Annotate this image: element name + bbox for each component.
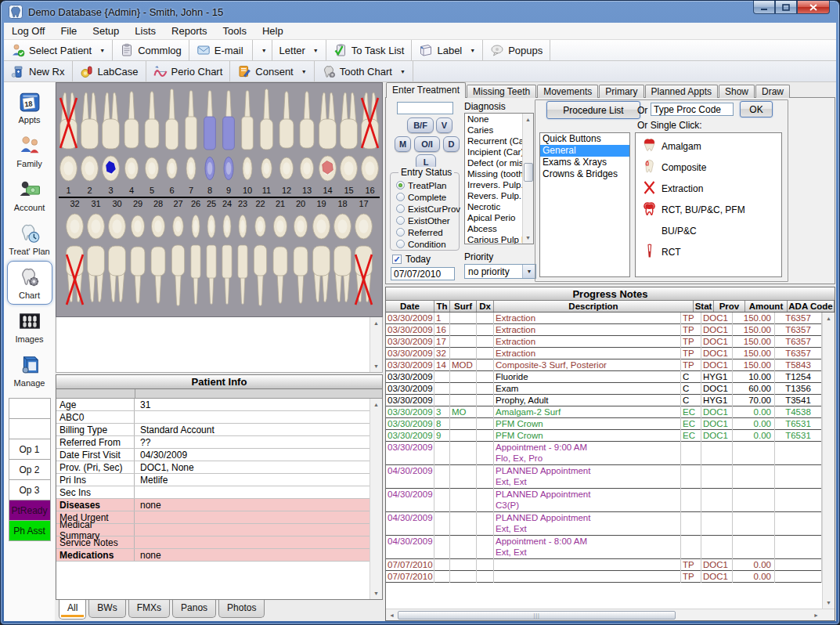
- diagnosis-item[interactable]: Incipient (Car): [465, 146, 522, 157]
- menu-item-reports[interactable]: Reports: [164, 23, 215, 39]
- tooth-15[interactable]: 15: [338, 87, 359, 196]
- sidebar-module-account[interactable]: Account: [7, 173, 52, 217]
- status-item-ptready[interactable]: PtReady: [9, 500, 51, 521]
- diagnosis-item[interactable]: Apical Perio: [465, 212, 522, 223]
- quick-buttons-listbox[interactable]: Quick ButtonsGeneralExams & XraysCrowns …: [539, 132, 630, 277]
- tooth-19[interactable]: 19: [311, 199, 332, 308]
- status-item-ph-asst[interactable]: Ph Asst: [9, 520, 51, 541]
- operatory-item-op-3[interactable]: Op 3: [9, 479, 51, 500]
- entry-status-option-condition[interactable]: Condition: [391, 238, 459, 250]
- tooth-32[interactable]: 32: [64, 199, 85, 308]
- patient-info-row-medical-summary[interactable]: Medical Summary: [56, 524, 370, 536]
- menu-item-file[interactable]: File: [52, 23, 85, 39]
- tab-draw[interactable]: Draw: [755, 85, 790, 98]
- image-tab-all[interactable]: All: [59, 600, 86, 620]
- radio-icon[interactable]: [396, 193, 405, 201]
- toolbar-button-e-mail[interactable]: E-mail▼: [189, 40, 272, 60]
- chevron-down-icon[interactable]: ▼: [99, 48, 105, 53]
- tooth-20[interactable]: 20: [290, 199, 311, 308]
- sidebar-module-chart[interactable]: Chart: [7, 261, 52, 305]
- column-header-th[interactable]: Th: [434, 301, 450, 312]
- ok-button[interactable]: OK: [740, 101, 773, 117]
- patient-info-row-date-first-visit[interactable]: Date First Visit 04/30/2009: [56, 449, 370, 461]
- surface-button-bf[interactable]: B/F: [407, 117, 434, 133]
- chevron-down-icon[interactable]: ▼: [301, 69, 307, 74]
- diagnosis-listbox[interactable]: NoneCariesRecurrent (CarIncipient (Car)D…: [464, 113, 534, 244]
- radio-icon[interactable]: [396, 228, 405, 237]
- quick-button-category[interactable]: Quick Buttons: [540, 133, 629, 145]
- diagnosis-item[interactable]: Necrotic: [465, 201, 522, 212]
- column-header-description[interactable]: Description: [494, 301, 694, 312]
- today-checkbox[interactable]: ✓: [392, 255, 402, 264]
- single-click-item-composite[interactable]: Composite: [636, 157, 781, 178]
- progress-note-row[interactable]: 03/30/20098PFM CrownECDOC10.00T6531: [386, 418, 822, 430]
- patient-info-row-diseases[interactable]: Diseases none: [56, 499, 370, 511]
- progress-note-row[interactable]: 03/30/2009Appointment - 9:00 AMFlo, Ex, …: [386, 442, 822, 465]
- progress-note-row[interactable]: 03/30/2009ExamCDOC160.00T1356: [386, 383, 822, 395]
- operatory-item[interactable]: [9, 418, 51, 439]
- column-header-stat[interactable]: Stat: [694, 301, 714, 312]
- patient-info-row-prov-pri-sec-[interactable]: Prov. (Pri, Sec) DOC1, None: [56, 461, 370, 474]
- chevron-down-icon[interactable]: ▼: [252, 40, 272, 60]
- radio-icon[interactable]: [396, 181, 405, 190]
- operatory-item-op-2[interactable]: Op 2: [9, 459, 51, 480]
- progress-note-row[interactable]: 04/30/2009PLANNED AppointmentC3(P): [386, 489, 822, 512]
- tooth-25[interactable]: 25: [204, 199, 219, 308]
- scroll-thumb[interactable]: [524, 163, 533, 182]
- quick-button-category[interactable]: General: [540, 145, 629, 157]
- column-header-ada-code[interactable]: ADA Code: [788, 301, 835, 312]
- progress-note-row[interactable]: 03/30/2009FluorideCHYG110.00T1254: [386, 371, 822, 383]
- progress-note-row[interactable]: 03/30/200932ExtractionTPDOC1150.00T6357: [386, 348, 822, 359]
- column-header-date[interactable]: Date: [386, 301, 434, 312]
- radio-icon[interactable]: [396, 240, 405, 248]
- menu-item-help[interactable]: Help: [254, 23, 291, 39]
- scroll-up-icon[interactable]: ▲: [370, 399, 382, 410]
- scroll-left-icon[interactable]: ◄: [386, 609, 398, 621]
- surface-button-v[interactable]: V: [436, 117, 452, 133]
- tooth-28[interactable]: 28: [148, 199, 168, 308]
- toolbar-button-labcase[interactable]: LabCase: [73, 61, 146, 81]
- tooth-7[interactable]: 7: [182, 87, 200, 196]
- quick-button-category[interactable]: Crowns & Bridges: [540, 168, 629, 180]
- tab-enter-treatment[interactable]: Enter Treatment: [386, 82, 466, 98]
- progress-note-row[interactable]: 04/30/2009PLANNED AppointmentExt, Ext: [386, 512, 822, 536]
- tooth-3[interactable]: 3: [100, 87, 121, 196]
- tooth-30[interactable]: 30: [106, 199, 128, 308]
- progress-notes-hscrollbar[interactable]: ◄ ||| ►: [386, 609, 835, 620]
- progress-note-row[interactable]: 07/07/2010TPDOC10.00: [386, 571, 822, 583]
- image-tab-photos[interactable]: Photos: [218, 600, 265, 618]
- sidebar-module-treat-plan[interactable]: Treat' Plan: [7, 217, 52, 261]
- column-header-dx[interactable]: Dx: [477, 301, 494, 312]
- tooth-29[interactable]: 29: [128, 199, 148, 308]
- patient-info-row-billing-type[interactable]: Billing Type Standard Account: [56, 424, 370, 436]
- quick-button-category[interactable]: Exams & Xrays: [540, 157, 629, 168]
- diagnosis-item[interactable]: Defect (or miss: [465, 157, 522, 168]
- operatory-item[interactable]: [9, 398, 51, 419]
- patient-info-row-sec-ins[interactable]: Sec Ins: [56, 486, 370, 499]
- tooth-8[interactable]: 8: [200, 87, 219, 196]
- progress-note-row[interactable]: 03/30/20091ExtractionTPDOC1150.00T6357: [386, 312, 822, 324]
- tooth-21[interactable]: 21: [270, 199, 290, 308]
- single-click-item-amalgam[interactable]: Amalgam: [636, 135, 781, 157]
- tooth-17[interactable]: 17: [353, 199, 374, 308]
- image-tab-fmxs[interactable]: FMXs: [128, 600, 170, 618]
- toolbar-button-commlog[interactable]: Commlog: [113, 40, 189, 60]
- diagnosis-scrollbar[interactable]: ▲ ▼: [522, 114, 533, 244]
- single-click-listbox[interactable]: Amalgam Composite Extraction RCT, BU/P&C…: [635, 132, 782, 277]
- patient-info-row-referred-from[interactable]: Referred From ??: [56, 436, 370, 449]
- surface-button-m[interactable]: M: [395, 136, 411, 152]
- tab-primary[interactable]: Primary: [599, 85, 644, 98]
- progress-note-row[interactable]: 03/30/20093MOAmalgam-2 SurfECDOC10.00T45…: [386, 406, 822, 418]
- tooth-26[interactable]: 26: [188, 199, 204, 308]
- menu-item-tools[interactable]: Tools: [215, 23, 254, 39]
- tooth-27[interactable]: 27: [168, 199, 188, 308]
- tooth-23[interactable]: 23: [235, 199, 251, 308]
- progress-note-row[interactable]: 03/30/2009Prophy, AdultCHYG170.00T3541: [386, 395, 822, 406]
- entry-status-option-complete[interactable]: Complete: [391, 191, 459, 203]
- priority-dropdown[interactable]: no priority ▼: [464, 264, 536, 279]
- tooth-11[interactable]: 11: [257, 87, 276, 196]
- tooth-22[interactable]: 22: [251, 199, 270, 308]
- tooth-16[interactable]: 16: [359, 87, 380, 196]
- toolbar-button-select-patient[interactable]: Select Patient▼: [4, 40, 113, 60]
- tooth-number-input[interactable]: [397, 102, 453, 114]
